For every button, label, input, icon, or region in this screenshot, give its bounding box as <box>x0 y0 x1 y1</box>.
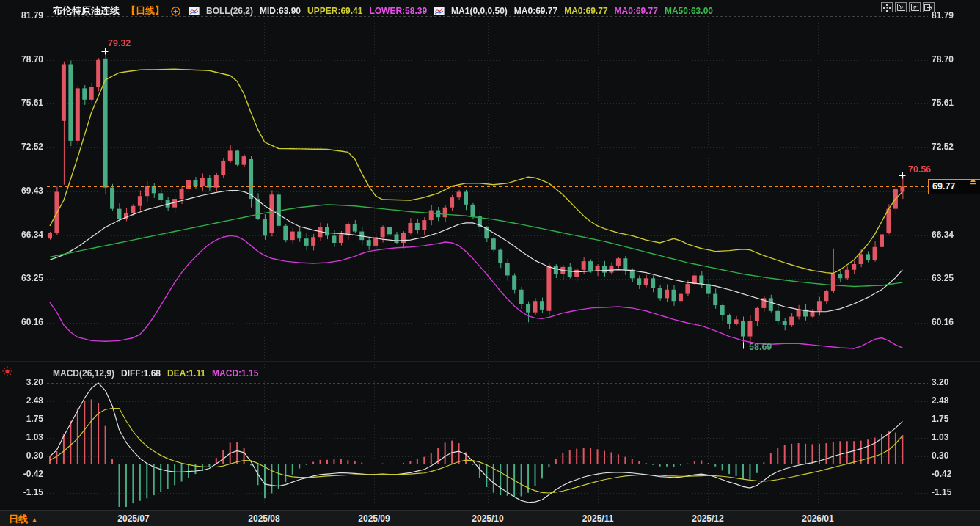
y-axis-label: 2.48 <box>932 395 948 406</box>
x-axis-label: 2025/10 <box>472 514 503 524</box>
alert-icon[interactable] <box>2 366 12 379</box>
y-axis-label: 72.52 <box>21 142 43 152</box>
y-axis-label: 1.03 <box>932 432 948 442</box>
y-axis-label: 3.20 <box>26 377 43 387</box>
price-arrow-icon <box>968 176 978 189</box>
macd-params: MACD(26,12,9) <box>53 368 114 379</box>
time-axis-bar: 日线▲ 2025/072025/082025/092025/102025/112… <box>0 510 980 526</box>
x-axis-label: 2025/07 <box>117 514 149 524</box>
y-axis-label: 69.43 <box>21 186 43 196</box>
crosshair-tool-button[interactable] <box>881 2 893 12</box>
circle-plus-icon <box>171 7 182 15</box>
y-axis-label: 75.61 <box>932 98 954 108</box>
boll-indicator-icon <box>189 7 200 15</box>
boll-mid-readout: MID:63.90 <box>260 6 301 16</box>
ma0-white-readout: MA0:69.77 <box>514 6 557 16</box>
main-chart-canvas[interactable] <box>0 0 980 510</box>
y-axis-label: 1.75 <box>932 414 948 424</box>
boll-upper-readout: UPPER:69.41 <box>307 6 362 16</box>
y-axis-label: 3.20 <box>932 377 948 387</box>
x-axis-label: 2025/09 <box>358 514 390 524</box>
x-axis-label: 2025/11 <box>582 514 614 524</box>
ma-params: MA1(0,0,0,50) <box>451 6 508 16</box>
boll-lower-readout: LOWER:58.39 <box>369 6 427 16</box>
axis-scale-icon <box>910 4 919 12</box>
chart-window: 布伦特原油连续【日线】BOLL(26,2)MID:63.90UPPER:69.4… <box>0 0 980 526</box>
x-axis-label: 2025/08 <box>248 514 279 524</box>
main-indicator-header: 布伦特原油连续【日线】BOLL(26,2)MID:63.90UPPER:69.4… <box>53 4 720 18</box>
y-axis-label: 1.03 <box>26 432 43 442</box>
y-axis-label: 66.34 <box>932 230 954 240</box>
crosshair-icon <box>883 4 891 12</box>
y-axis-label: -0.42 <box>23 469 43 479</box>
ma0-yellow-readout: MA0:69.77 <box>564 6 607 16</box>
ma0-magenta-readout: MA0:69.77 <box>615 6 658 16</box>
y-axis-label: 78.70 <box>932 54 954 65</box>
macd-diff-readout: DIFF:1.68 <box>121 368 161 379</box>
ma-indicator-icon <box>434 7 445 15</box>
y-axis-label: 1.75 <box>26 414 43 424</box>
scroll-to-latest-button[interactable] <box>923 2 935 12</box>
y-axis-label: 60.16 <box>932 317 954 327</box>
y-axis-label: -0.42 <box>932 469 951 479</box>
macd-dea-readout: DEA:1.11 <box>167 368 205 379</box>
zoom-fit-axis-button[interactable] <box>895 2 907 12</box>
price-extreme-annotation: 70.56 <box>908 164 931 175</box>
y-axis-label: 81.79 <box>21 10 43 21</box>
period-tag: 【日线】 <box>126 4 164 18</box>
symbol-title: 布伦特原油连续 <box>53 4 120 18</box>
y-axis-label: 63.25 <box>932 273 954 283</box>
last-price-value: 69.77 <box>932 181 955 191</box>
axis-fit-icon <box>896 4 905 12</box>
y-axis-label: 75.61 <box>21 98 43 108</box>
y-axis-label: 78.70 <box>21 54 43 65</box>
pan-right-icon <box>924 4 933 12</box>
macd-left-value-axis: 3.202.481.751.030.30-0.42-1.15 <box>0 0 45 526</box>
x-axis-label: 2025/12 <box>692 514 723 524</box>
price-extreme-annotation: 79.32 <box>108 38 131 48</box>
y-axis-label: 60.16 <box>21 317 43 327</box>
period-selector[interactable]: 日线▲ <box>9 513 38 526</box>
y-axis-label: 63.25 <box>21 273 43 283</box>
macd-right-value-axis: 3.202.481.751.030.30-0.42-1.15 <box>931 0 980 526</box>
y-axis-label: 81.79 <box>932 10 954 21</box>
period-label: 日线 <box>9 514 28 525</box>
chart-toolbar <box>881 2 935 12</box>
y-axis-label: 0.30 <box>932 450 948 461</box>
y-axis-label: 72.52 <box>932 142 954 152</box>
y-axis-label: -1.15 <box>23 487 43 497</box>
y-axis-label: -1.15 <box>932 487 951 497</box>
y-axis-label: 66.34 <box>21 230 43 240</box>
macd-hist-readout: MACD:1.15 <box>212 368 258 379</box>
price-extreme-annotation: 58.69 <box>749 342 772 352</box>
y-axis-label: 0.30 <box>26 450 43 461</box>
y-axis-label: 2.48 <box>26 395 43 406</box>
ma50-readout: MA50:63.00 <box>665 6 713 16</box>
macd-indicator-header: MACD(26,12,9)DIFF:1.68DEA:1.11MACD:1.15 <box>53 368 265 379</box>
x-axis-label: 2026/01 <box>802 514 833 524</box>
auto-scale-axis-button[interactable] <box>909 2 921 12</box>
boll-params: BOLL(26,2) <box>206 6 253 16</box>
chevron-up-icon: ▲ <box>31 516 38 524</box>
